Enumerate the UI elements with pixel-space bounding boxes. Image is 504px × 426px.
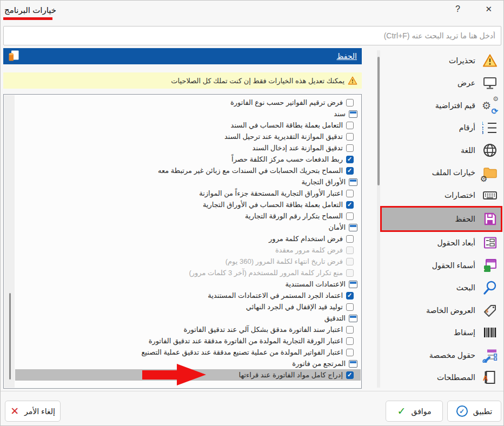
checkbox-unchecked-icon[interactable] bbox=[346, 212, 354, 220]
list-item-label: منع تكرار كلمة المرور للمستخدم (آخر 3 كل… bbox=[189, 269, 343, 277]
ok-check-icon: ✓ bbox=[397, 405, 406, 417]
red-arrow-annotation bbox=[142, 370, 178, 380]
sidebar-item-label: الحفظ bbox=[455, 215, 475, 223]
list-item[interactable]: التعامل بعملة بطاقة الحساب في الأوراق ال… bbox=[15, 199, 361, 210]
checkbox-disabled-icon bbox=[346, 247, 354, 254]
checkbox-checked-icon[interactable] bbox=[346, 167, 354, 175]
checkbox-unchecked-icon[interactable] bbox=[346, 99, 354, 106]
list-item[interactable]: السماح بتحريك الحسابات في السندات مع زبا… bbox=[15, 165, 361, 176]
search-input[interactable] bbox=[3, 26, 501, 45]
sidebar-item-default-values[interactable]: ⚙ ⚙ ⟳ قيم افتراضية bbox=[380, 94, 502, 116]
checkbox-unchecked-icon[interactable] bbox=[346, 326, 354, 334]
checkbox-unchecked-icon[interactable] bbox=[346, 122, 354, 129]
checkbox-checked-icon[interactable] bbox=[346, 292, 354, 299]
list-group[interactable]: الأوراق التجارية bbox=[15, 176, 361, 188]
list-item-label: إدراج كامل مواد الفاتورة عند قراءتها bbox=[239, 371, 343, 379]
close-button[interactable]: ✕ bbox=[485, 4, 492, 14]
section-header: الحفظ bbox=[3, 48, 362, 64]
barcode-icon bbox=[482, 324, 498, 341]
checkbox-disabled-icon bbox=[346, 269, 354, 277]
list-group-label: التدقيق bbox=[324, 314, 346, 322]
list-item[interactable]: اعتماد الجرد المستمر في الاعتمادات المست… bbox=[15, 290, 361, 301]
checkbox-checked-icon[interactable] bbox=[346, 156, 354, 163]
list-item[interactable]: توليد قيد الإقفال في الجرد النهائي bbox=[15, 301, 361, 312]
list-item-label: اعتبار الفواتير المولدة من عملية تصنيع م… bbox=[141, 348, 343, 356]
sidebar-item-search[interactable]: البحث bbox=[380, 277, 502, 299]
sidebar-item-numbers[interactable]: 123 أرقام bbox=[380, 116, 502, 138]
sidebar-item-label: تحذيرات bbox=[449, 56, 475, 65]
ok-button[interactable]: ✓ موافق bbox=[386, 401, 443, 422]
save-document-icon bbox=[6, 49, 21, 63]
category-sidebar: تحذيرات عرض ⚙ ⚙ ⟳ قيم افتراضية 123 أرقام bbox=[380, 49, 502, 389]
list-item[interactable]: اعتبار الورقة التجارية المولدة من الفاتو… bbox=[15, 335, 361, 347]
help-button[interactable]: ? bbox=[455, 4, 460, 14]
list-item[interactable]: ربط الدفعات حسب مركز الكلفة حصراً bbox=[15, 154, 361, 165]
group-window-icon bbox=[349, 360, 357, 368]
list-item-label: التعامل بعملة بطاقة الحساب في السند bbox=[231, 121, 343, 129]
dialog-title: خيارات البرنامج bbox=[4, 5, 56, 15]
checkbox-disabled-icon bbox=[346, 258, 354, 265]
list-item[interactable]: تدقيق الموازنة التقديرية عند ترحيل السند bbox=[15, 131, 361, 142]
sidebar-item-shortcuts[interactable]: اختصارات bbox=[380, 184, 502, 206]
list-item-label: توليد قيد الإقفال في الجرد النهائي bbox=[246, 303, 343, 311]
checkbox-unchecked-icon[interactable] bbox=[346, 144, 354, 152]
svg-text:3: 3 bbox=[482, 130, 483, 135]
checkbox-unchecked-icon[interactable] bbox=[346, 349, 354, 356]
list-item[interactable]: فرض استخدام كلمة مرور bbox=[15, 233, 361, 244]
list-item[interactable]: فرض ترقيم الفواتير حسب نوع الفاتورة bbox=[15, 97, 361, 108]
sidebar-item-label: قيم افتراضية bbox=[435, 101, 475, 110]
list-group[interactable]: سند bbox=[15, 108, 361, 119]
checkbox-unchecked-icon[interactable] bbox=[346, 235, 354, 243]
checkbox-checked-icon[interactable] bbox=[346, 201, 354, 209]
refresh-icon: ⟳ bbox=[491, 107, 498, 115]
checkbox-unchecked-icon[interactable] bbox=[346, 133, 354, 141]
list-scrollbar-track[interactable] bbox=[4, 95, 15, 388]
list-item[interactable]: اعتبار الأوراق التجارية المستحقة جزءاً م… bbox=[15, 188, 361, 199]
field-names-icon: <> bbox=[482, 257, 498, 274]
sidebar-item-drop[interactable]: إسقاط bbox=[380, 322, 502, 344]
sidebar-item-field-dimensions[interactable]: أبعاد الحقول bbox=[380, 232, 502, 254]
list-group-label: الاعتمادات المستندية bbox=[286, 280, 346, 288]
sidebar-item-save[interactable]: الحفظ bbox=[380, 206, 502, 231]
checkbox-unchecked-icon[interactable] bbox=[346, 337, 354, 345]
sidebar-item-label: البحث bbox=[456, 283, 475, 292]
svg-text:$: $ bbox=[486, 308, 488, 314]
sidebar-item-label: اللغة bbox=[461, 146, 475, 155]
checkbox-unchecked-icon[interactable] bbox=[346, 303, 354, 311]
list-item[interactable]: التعامل بعملة بطاقة الحساب في السند bbox=[15, 119, 361, 131]
sidebar-item-label: أرقام bbox=[459, 123, 475, 132]
sidebar-item-language[interactable]: اللغة bbox=[380, 139, 502, 161]
sidebar-scrollbar-thumb[interactable] bbox=[377, 57, 380, 185]
folder-gear-icon: ⚙ bbox=[482, 164, 498, 181]
cancel-button[interactable]: ✕ إلغاء الأمر bbox=[5, 401, 61, 422]
sidebar-item-field-names[interactable]: <> أسماء الحقول bbox=[380, 254, 502, 276]
group-window-icon bbox=[349, 281, 357, 288]
sidebar-item-display[interactable]: عرض bbox=[380, 71, 502, 94]
field-dimensions-icon bbox=[482, 235, 498, 251]
list-group[interactable]: التدقيق bbox=[15, 312, 361, 324]
list-item[interactable]: السماح بتكرار رقم الورقة التجارية bbox=[15, 210, 361, 222]
sidebar-item-file-options[interactable]: ⚙ خيارات الملف bbox=[380, 161, 502, 183]
checkbox-checked-icon[interactable] bbox=[346, 371, 354, 379]
wrench-fields-icon bbox=[482, 347, 498, 363]
sidebar-item-terminology[interactable]: A المصطلحات bbox=[380, 367, 502, 389]
list-item[interactable]: اعتبار الفواتير المولدة من عملية تصنيع م… bbox=[15, 347, 361, 358]
sidebar-item-label: المصطلحات bbox=[437, 373, 475, 382]
list-item-label: اعتبار الأوراق التجارية المستحقة جزءاً م… bbox=[199, 189, 343, 197]
list-item[interactable]: تدقيق الموازنة عند إدخال السند bbox=[15, 142, 361, 154]
floppy-disk-icon bbox=[482, 211, 498, 227]
list-item-label: ربط الدفعات حسب مركز الكلفة حصراً bbox=[231, 155, 343, 163]
sidebar-item-warnings[interactable]: تحذيرات bbox=[380, 49, 502, 71]
list-group[interactable]: الأمان bbox=[15, 222, 361, 233]
list-item[interactable]: اعتبار سند الفاتورة مدقق بشكل آلي عند تد… bbox=[15, 324, 361, 335]
svg-text:A: A bbox=[483, 374, 488, 382]
list-scrollbar-thumb[interactable] bbox=[9, 293, 11, 380]
numbered-list-icon: 123 bbox=[482, 119, 498, 136]
list-item-label: اعتماد الجرد المستمر في الاعتمادات المست… bbox=[208, 291, 343, 299]
cancel-x-icon: ✕ bbox=[10, 405, 19, 417]
sidebar-item-custom-fields[interactable]: حقول مخصصة bbox=[380, 344, 502, 366]
checkbox-unchecked-icon[interactable] bbox=[346, 190, 354, 197]
sidebar-item-special-offers[interactable]: $ العروض الخاصة bbox=[380, 299, 502, 321]
list-group[interactable]: الاعتمادات المستندية bbox=[15, 278, 361, 290]
apply-button[interactable]: ✓ تطبيق bbox=[447, 401, 501, 422]
